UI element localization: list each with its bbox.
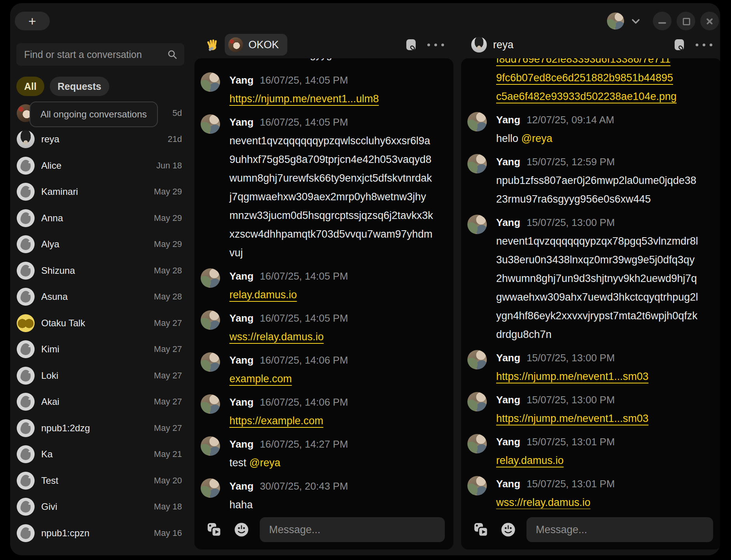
message-part[interactable]: wss://relay.damus.io <box>496 497 591 508</box>
conversation-item[interactable]: Asuna May 28 <box>10 284 184 310</box>
note-icon[interactable] <box>406 38 416 51</box>
conversation-item[interactable]: Kaminari May 29 <box>10 179 184 205</box>
conversation-avatar <box>17 262 35 280</box>
message-timestamp: 16/07/25, 14:05 PM <box>260 71 348 89</box>
peer-pill[interactable]: OKOK <box>225 34 287 56</box>
message-part[interactable]: https://example.com <box>229 415 324 427</box>
chat-panel-left: gyyg Yang 16/07/25, 14:05 PM <box>194 58 453 550</box>
message-part[interactable]: @reya <box>521 133 553 144</box>
message-part[interactable]: relay.damus.io <box>496 455 564 466</box>
conversation-item[interactable]: npub1:2dzg May 27 <box>10 415 184 441</box>
emoji-icon[interactable] <box>499 521 517 539</box>
conversation-item[interactable]: Test May 20 <box>10 467 184 494</box>
tooltip-all-ongoing-conversations: All ongoing conversations <box>30 102 158 127</box>
conversation-item[interactable]: Shizuna May 28 <box>10 257 184 284</box>
message-input[interactable] <box>526 517 713 542</box>
message-avatar[interactable] <box>467 215 487 234</box>
conversation-item[interactable]: Kimi May 27 <box>10 336 184 363</box>
message: Yang 15/07/25, 13:00 PM https://njump.me… <box>467 390 716 428</box>
message-header: Yang 15/07/25, 13:00 PM <box>496 390 716 409</box>
message-text: npub1zfss807aer0j26mwp2la0ume0jqde3823rm… <box>496 171 700 208</box>
message-avatar[interactable] <box>467 350 487 369</box>
message-avatar[interactable] <box>201 268 220 288</box>
more-options-icon[interactable] <box>427 38 444 51</box>
message-timestamp: 15/07/25, 12:59 PM <box>526 152 615 171</box>
new-conversation-button[interactable]: + <box>15 12 50 30</box>
message-part[interactable]: f8dd769e762fe83393d6f13386/7e711 <box>496 58 700 68</box>
message-author: Yang <box>229 393 254 411</box>
peer-avatar[interactable] <box>471 37 487 52</box>
message-part[interactable]: https://njump.me/nevent1...sm03 <box>496 413 649 424</box>
message-timestamp: 16/07/25, 14:27 PM <box>260 435 348 453</box>
tab-all[interactable]: All <box>16 77 44 96</box>
more-options-icon[interactable] <box>696 38 712 51</box>
plus-icon: + <box>28 14 36 29</box>
message-avatar[interactable] <box>467 392 487 411</box>
tab-requests-label: Requests <box>58 81 101 92</box>
close-button[interactable] <box>700 12 719 30</box>
conversation-timestamp: May 27 <box>154 423 182 433</box>
message-scroll-area[interactable]: f8dd769e762fe83393d6f13386/7e7119fc6b07e… <box>461 58 720 509</box>
conversation-item[interactable]: Anna May 29 <box>10 205 184 231</box>
conversation-timestamp: May 29 <box>154 213 182 223</box>
message: Yang 16/07/25, 14:27 PM test @reya <box>201 435 448 472</box>
message-header: Yang 16/07/25, 14:05 PM <box>229 309 448 327</box>
message-timestamp: 15/07/25, 13:00 PM <box>526 213 615 232</box>
conversation-name: Anna <box>41 213 147 224</box>
message-part[interactable]: wss://relay.damus.io <box>229 331 324 343</box>
message-part[interactable]: relay.damus.io <box>229 289 297 301</box>
message-timestamp: 15/07/25, 13:00 PM <box>526 390 615 409</box>
message-text: gyyg <box>229 58 448 64</box>
emoji-icon[interactable] <box>233 521 250 539</box>
conversation-item[interactable]: Alya May 29 <box>10 231 184 258</box>
message-avatar[interactable] <box>467 434 487 453</box>
message-part[interactable]: https://njump.me/nevent1...ulm8 <box>229 93 379 105</box>
message-avatar[interactable] <box>467 112 487 131</box>
attach-media-icon[interactable] <box>205 521 223 539</box>
message: f8dd769e762fe83393d6f13386/7e7119fc6b07e… <box>467 58 716 106</box>
message-avatar[interactable] <box>467 476 487 495</box>
note-icon[interactable] <box>674 38 685 51</box>
conversation-name: npub1:2dzg <box>41 423 147 434</box>
message-avatar[interactable] <box>201 114 220 134</box>
account-avatar[interactable] <box>607 12 624 30</box>
message-part[interactable]: 9fc6b07ed8ce6d251882b9851b44895 <box>496 68 700 87</box>
conversation-item[interactable]: Alice Jun 18 <box>10 152 184 179</box>
message-avatar[interactable] <box>467 154 487 173</box>
maximize-button[interactable] <box>677 12 695 30</box>
message-part[interactable]: example.com <box>229 373 292 385</box>
chevron-down-icon[interactable] <box>631 19 640 24</box>
message-body: Yang 15/07/25, 13:01 PM relay.damus.io <box>496 432 716 470</box>
conversation-avatar <box>17 209 35 227</box>
message-author: Yang <box>229 267 254 285</box>
message-avatar[interactable] <box>201 394 220 414</box>
message-avatar[interactable] <box>201 310 220 330</box>
message-avatar[interactable] <box>201 436 220 456</box>
message-avatar[interactable] <box>201 352 220 372</box>
conversation-item[interactable]: Loki May 27 <box>10 362 184 389</box>
conversation-item[interactable]: npub1:cpzn May 16 <box>10 520 184 546</box>
message-part: npub1zfss807aer0j26mwp2la0ume0jqde3823rm… <box>496 175 696 205</box>
search-input[interactable] <box>23 49 167 61</box>
minimize-button[interactable] <box>653 12 672 30</box>
message-author: Yang <box>229 351 254 369</box>
maximize-icon <box>683 18 690 25</box>
message-part[interactable]: @reya <box>249 457 280 469</box>
message-part: haha <box>229 499 253 509</box>
conversation-item[interactable]: reya 21d <box>10 126 184 153</box>
tab-requests[interactable]: Requests <box>50 77 109 96</box>
conversation-item[interactable]: Givi May 18 <box>10 494 184 520</box>
conversation-item[interactable]: Otaku Talk May 27 <box>10 310 184 336</box>
conversation-item[interactable]: Ka May 21 <box>10 441 184 468</box>
message-avatar[interactable] <box>201 478 220 498</box>
message-header: Yang 16/07/25, 14:05 PM <box>229 71 448 89</box>
message-input[interactable] <box>260 517 445 542</box>
message-part[interactable]: https://njump.me/nevent1...sm03 <box>496 371 649 382</box>
conversation-timestamp: May 18 <box>154 502 182 512</box>
attach-media-icon[interactable] <box>472 521 490 539</box>
conversation-item[interactable]: Akai May 27 <box>10 389 184 415</box>
message-avatar[interactable] <box>201 72 220 92</box>
message-body: Yang 16/07/25, 14:05 PM wss://relay.damu… <box>229 309 448 346</box>
message-scroll-area[interactable]: gyyg Yang 16/07/25, 14:05 PM <box>194 58 453 509</box>
message-part[interactable]: c5ae6f482e93933d502238ae104e.png <box>496 87 700 106</box>
